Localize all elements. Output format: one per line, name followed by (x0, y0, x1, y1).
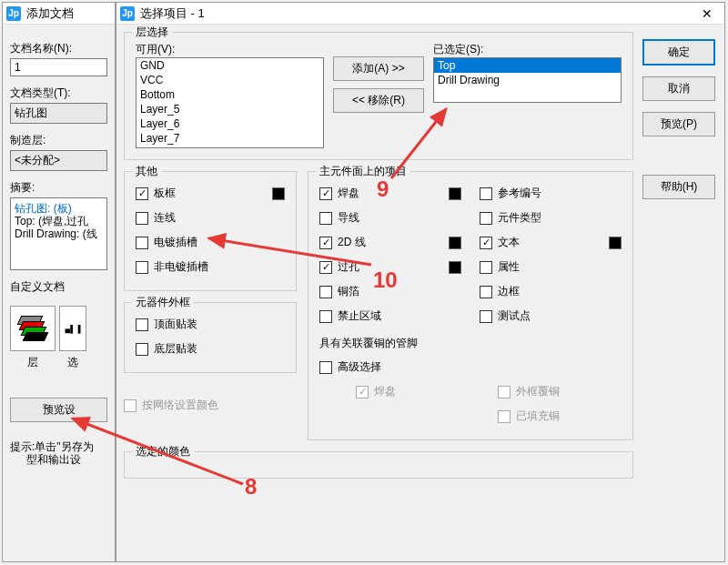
tip-text: 提示:单击"另存为 型和输出设 (10, 440, 107, 466)
checkbox-label: 板框 (154, 186, 176, 201)
mfg-layer-select[interactable]: <未分配> (10, 150, 107, 171)
checkbox-label: 导线 (338, 210, 359, 226)
outline-group: 元器件外框 顶面贴装 底层贴装 (124, 302, 297, 373)
bottom-mount-checkbox[interactable] (136, 343, 148, 356)
mfg-layer-label: 制造层: (10, 133, 107, 148)
refdes-checkbox[interactable] (480, 187, 492, 200)
available-listbox[interactable]: GND VCC Bottom Layer_5 Layer_6 Layer_7 (136, 57, 324, 148)
summary-line: Drill Drawing: (线 (15, 227, 103, 240)
doc-type-label: 文档类型(T): (10, 86, 107, 101)
plated-slot-checkbox[interactable] (136, 237, 148, 249)
checkbox-label: 参考编号 (498, 186, 541, 201)
checkbox-label: 顶面贴装 (154, 317, 197, 332)
summary-line: Top: (焊盘,过孔 (15, 215, 103, 227)
outline-legend: 元器件外框 (132, 295, 194, 310)
layer-icon-button[interactable] (10, 306, 56, 351)
bynet-color-checkbox (124, 399, 136, 412)
app-icon: Jp (6, 6, 21, 21)
adv-filled-copper-checkbox (498, 410, 511, 423)
adv-outline-copper-checkbox (498, 386, 511, 399)
list-item[interactable]: Bottom (136, 87, 323, 102)
color-swatch[interactable] (449, 237, 461, 249)
checkbox-label: 按网络设置颜色 (142, 398, 218, 413)
other-group: 其他 板框 连线 电镀插槽 非电镀插槽 (124, 171, 297, 291)
checkbox-label: 连线 (154, 210, 176, 226)
custom-doc-label: 自定义文档 (10, 279, 107, 295)
checkbox-label: 文本 (498, 235, 520, 250)
checkbox-label: 测试点 (498, 308, 531, 324)
color-swatch[interactable] (609, 237, 622, 249)
checkbox-label: 过孔 (338, 259, 359, 275)
color-swatch[interactable] (272, 187, 285, 200)
assoc-copper-legend: 具有关联覆铜的管脚 (319, 336, 622, 351)
doc-name-label: 文档名称(N): (10, 41, 107, 56)
titlebar: Jp 选择项目 - 1 ✕ (116, 3, 724, 25)
checkbox-label: 焊盘 (338, 186, 359, 201)
doc-type-select[interactable]: 钻孔图 (10, 103, 107, 124)
summary-label: 摘要: (10, 180, 107, 196)
list-item[interactable]: Layer_7 (136, 131, 323, 146)
trace-checkbox[interactable] (319, 212, 332, 225)
list-item[interactable]: Layer_5 (136, 102, 323, 116)
select-items-window: Jp 选择项目 - 1 ✕ 确定 取消 预览(P) 帮助(H) 层选择 可用(V… (116, 2, 725, 562)
top-mount-checkbox[interactable] (136, 318, 148, 331)
keepout-checkbox[interactable] (319, 310, 332, 323)
attribute-checkbox[interactable] (480, 261, 492, 274)
checkbox-label: 底层贴装 (154, 341, 197, 357)
copper-checkbox[interactable] (319, 286, 332, 298)
doc-name-input[interactable] (10, 58, 107, 76)
adv-pad-checkbox (356, 386, 369, 399)
checkbox-label: 电镀插槽 (154, 235, 197, 250)
remove-button[interactable]: << 移除(R) (333, 88, 424, 113)
titlebar: Jp 添加文档 (3, 3, 115, 25)
testpoint-checkbox[interactable] (480, 310, 492, 323)
available-label: 可用(V): (136, 43, 175, 55)
border-checkbox[interactable] (480, 286, 492, 298)
color-swatch[interactable] (449, 261, 461, 274)
primary-legend: 主元件面上的项目 (316, 164, 410, 179)
summary-box: 钻孔图: (板) Top: (焊盘,过孔 Drill Drawing: (线 (10, 197, 107, 270)
icon-label-layer: 层 (10, 355, 56, 370)
window-title: 添加文档 (26, 5, 111, 22)
list-item[interactable]: Drill Drawing (434, 73, 621, 87)
checkbox-label: 外框覆铜 (516, 384, 560, 399)
list-item[interactable]: GND (136, 58, 323, 73)
sel-icon-button[interactable]: ▄▌▐ (59, 306, 86, 351)
connection-checkbox[interactable] (136, 212, 148, 225)
summary-line: 钻孔图: (板) (15, 202, 103, 215)
icon-label-sel: 选 (59, 355, 86, 370)
checkbox-label: 元件类型 (498, 210, 541, 226)
comptype-checkbox[interactable] (480, 212, 492, 225)
text-checkbox[interactable] (480, 237, 492, 249)
checkbox-label: 边框 (498, 284, 520, 299)
close-icon[interactable]: ✕ (693, 3, 721, 25)
list-item[interactable]: Layer_6 (136, 116, 323, 131)
checkbox-label: 非电镀插槽 (154, 259, 208, 275)
color-swatch[interactable] (449, 187, 461, 200)
checkbox-label: 2D 线 (338, 235, 366, 250)
selected-listbox[interactable]: Top Drill Drawing (433, 57, 622, 103)
app-icon: Jp (120, 6, 135, 21)
checkbox-label: 铜箔 (338, 284, 359, 299)
layer-select-group: 层选择 可用(V): GND VCC Bottom Layer_5 Layer_… (124, 32, 633, 160)
window-title: 选择项目 - 1 (140, 5, 693, 22)
primary-group: 主元件面上的项目 焊盘 导线 2D 线 过孔 铜箔 禁止区域 参考编号 元件 (308, 171, 633, 440)
pad-checkbox[interactable] (319, 187, 332, 200)
selected-label: 已选定(S): (433, 43, 483, 55)
line2d-checkbox[interactable] (319, 237, 332, 249)
other-legend: 其他 (132, 164, 161, 179)
advanced-sel-checkbox[interactable] (319, 361, 332, 374)
checkbox-label: 已填充铜 (516, 409, 560, 424)
add-button[interactable]: 添加(A) >> (333, 56, 424, 81)
layer-select-legend: 层选择 (132, 25, 172, 40)
via-checkbox[interactable] (319, 261, 332, 274)
preview-settings-button[interactable]: 预览设 (10, 398, 107, 422)
list-item[interactable]: Top (434, 58, 621, 73)
add-document-window: Jp 添加文档 文档名称(N): 文档类型(T): 钻孔图 制造层: <未分配>… (2, 2, 116, 562)
checkbox-label: 高级选择 (338, 359, 381, 375)
list-item[interactable]: VCC (136, 73, 323, 87)
nonplated-slot-checkbox[interactable] (136, 261, 148, 274)
board-frame-checkbox[interactable] (136, 187, 148, 200)
checkbox-label: 焊盘 (374, 384, 396, 399)
checkbox-label: 属性 (498, 259, 520, 275)
